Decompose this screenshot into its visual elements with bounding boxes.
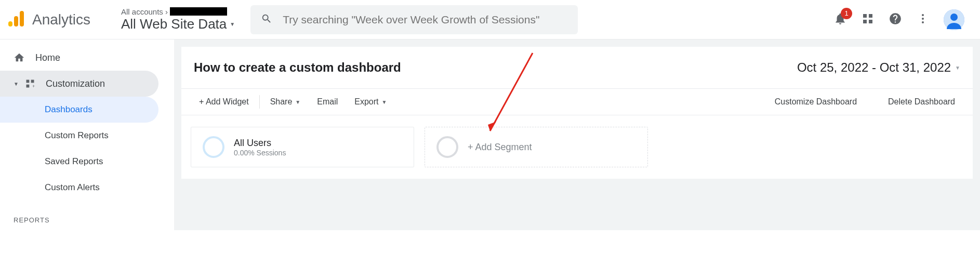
caret-down-icon: ▼	[295, 99, 300, 105]
customize-dashboard-button[interactable]: Customize Dashboard	[766, 97, 865, 107]
help-icon[interactable]	[889, 12, 902, 28]
svg-point-11	[950, 14, 958, 21]
delete-dashboard-button[interactable]: Delete Dashboard	[880, 97, 963, 107]
breadcrumb-prefix: All accounts	[121, 7, 163, 16]
sidebar-item-home[interactable]: Home	[0, 45, 158, 71]
dashboard-header: How to create a custom dashboard Oct 25,…	[181, 47, 973, 88]
date-range-text: Oct 25, 2022 - Oct 31, 2022	[797, 60, 951, 75]
main-content: How to create a custom dashboard Oct 25,…	[174, 39, 980, 230]
analytics-logo-icon	[8, 10, 24, 30]
search-input[interactable]	[283, 14, 567, 26]
view-name: All Web Site Data	[121, 16, 227, 32]
logo-block[interactable]: Analytics	[5, 10, 112, 30]
sidebar-item-label: Dashboards	[45, 104, 92, 115]
export-button[interactable]: Export▼	[346, 97, 395, 107]
sidebar-item-label: Saved Reports	[45, 156, 103, 167]
dashboard-toolbar: + Add Widget Share▼ Email Export▼ Custom…	[181, 88, 973, 115]
svg-rect-5	[863, 20, 867, 23]
product-name: Analytics	[32, 11, 90, 28]
segment-all-users[interactable]: All Users 0.00% Sessions	[191, 127, 414, 167]
add-widget-button[interactable]: + Add Widget	[191, 97, 257, 107]
avatar[interactable]	[944, 9, 964, 30]
sidebar-customization-label: Customization	[46, 78, 105, 89]
notifications-button[interactable]: 1	[833, 12, 847, 28]
email-button[interactable]: Email	[309, 97, 346, 107]
delete-label: Delete Dashboard	[888, 97, 955, 107]
svg-rect-4	[869, 14, 872, 18]
account-name-redacted	[170, 7, 227, 16]
svg-point-8	[922, 18, 924, 20]
view-name-row[interactable]: All Web Site Data ▼	[121, 16, 235, 32]
sidebar-home-label: Home	[35, 52, 60, 63]
divider	[259, 95, 260, 109]
svg-text:+: +	[32, 84, 35, 89]
segment-circle-icon	[436, 136, 458, 158]
segments-row: All Users 0.00% Sessions + Add Segment	[181, 115, 973, 179]
breadcrumb: All accounts ›	[121, 7, 235, 16]
caret-down-icon: ▼	[955, 65, 960, 71]
sidebar-item-dashboards[interactable]: Dashboards	[0, 97, 158, 123]
sidebar-item-saved-reports[interactable]: Saved Reports	[0, 149, 158, 175]
search-icon	[261, 13, 272, 27]
svg-rect-12	[26, 80, 29, 83]
segment-subtitle: 0.00% Sessions	[234, 149, 286, 157]
apps-icon[interactable]	[862, 12, 874, 27]
chevron-right-icon: ›	[165, 7, 168, 16]
customize-label: Customize Dashboard	[775, 97, 857, 107]
svg-rect-3	[863, 14, 867, 18]
more-icon[interactable]	[917, 12, 929, 27]
sidebar-item-label: Custom Reports	[45, 130, 109, 141]
svg-rect-13	[31, 80, 34, 83]
email-label: Email	[317, 97, 338, 107]
svg-point-9	[922, 21, 924, 23]
export-label: Export	[354, 97, 378, 107]
top-bar: Analytics All accounts › All Web Site Da…	[0, 0, 980, 39]
caret-down-icon: ▼	[14, 81, 19, 87]
svg-rect-1	[14, 16, 18, 27]
sidebar-item-custom-alerts[interactable]: Custom Alerts	[0, 175, 158, 201]
topbar-actions: 1	[833, 9, 975, 30]
share-label: Share	[270, 97, 293, 107]
account-selector[interactable]: All accounts › All Web Site Data ▼	[121, 7, 235, 32]
svg-rect-0	[8, 21, 12, 27]
sidebar: Home ▼ + Customization Dashboards Custom…	[0, 39, 174, 230]
reports-section-header: REPORTS	[0, 201, 174, 230]
customization-icon: +	[25, 78, 35, 89]
home-icon	[14, 52, 25, 63]
sidebar-item-label: Custom Alerts	[45, 182, 100, 193]
date-range-picker[interactable]: Oct 25, 2022 - Oct 31, 2022 ▼	[797, 60, 960, 75]
segment-title: All Users	[234, 138, 286, 149]
svg-point-7	[922, 14, 924, 16]
sidebar-item-custom-reports[interactable]: Custom Reports	[0, 123, 158, 149]
svg-rect-2	[20, 11, 24, 27]
caret-down-icon: ▼	[230, 21, 235, 27]
sidebar-item-customization[interactable]: ▼ + Customization	[0, 71, 158, 97]
notification-badge: 1	[841, 8, 852, 19]
caret-down-icon: ▼	[382, 99, 387, 105]
svg-rect-14	[26, 85, 29, 88]
share-button[interactable]: Share▼	[262, 97, 309, 107]
add-widget-label: + Add Widget	[199, 97, 249, 107]
svg-rect-6	[869, 20, 872, 23]
dashboard-title: How to create a custom dashboard	[194, 60, 401, 75]
search-box[interactable]	[250, 5, 578, 34]
add-segment-label: + Add Segment	[468, 142, 532, 153]
segment-circle-icon	[203, 136, 224, 158]
add-segment-button[interactable]: + Add Segment	[425, 127, 648, 167]
